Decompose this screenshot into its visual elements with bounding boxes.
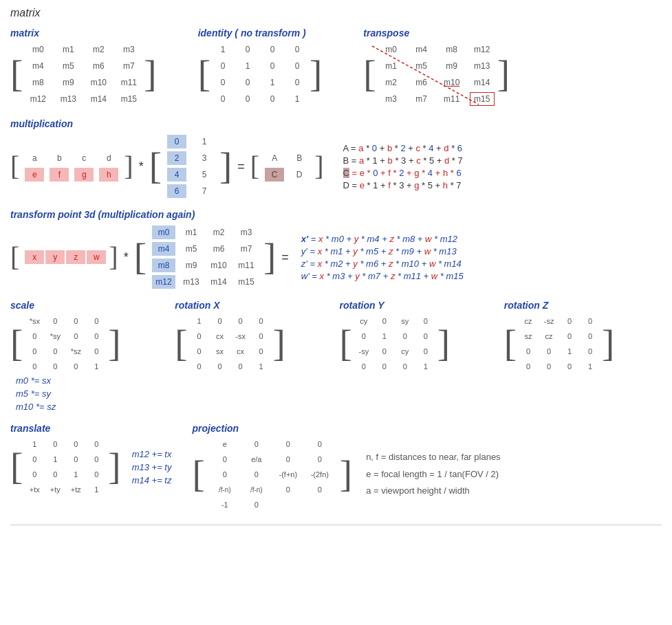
cell: sx bbox=[211, 345, 229, 358]
bracket-right: ] bbox=[437, 328, 450, 360]
cell: cy bbox=[396, 345, 414, 358]
cell: 0 bbox=[46, 468, 64, 481]
cell: m3 bbox=[235, 226, 258, 239]
cell: /f-n) bbox=[242, 483, 271, 496]
cell: 0 bbox=[46, 438, 64, 450]
translate-section: translate [ 1000 0100 0010 +tx+ty+tz1 ] … bbox=[10, 423, 171, 496]
rotationx-label: rotation X bbox=[175, 300, 332, 311]
eq-A: A = a * 0 + b * 2 + c * 4 + d * 6 bbox=[343, 143, 463, 153]
cell: *sx bbox=[25, 315, 43, 327]
cell: m5 bbox=[180, 242, 203, 256]
cell: m11 bbox=[440, 92, 464, 106]
cell: +tz bbox=[67, 483, 85, 496]
cell: 0 bbox=[67, 438, 85, 450]
bracket-left: [ bbox=[149, 151, 162, 183]
cell: 0 bbox=[25, 345, 43, 358]
translate-eq-tz: m14 += tz bbox=[132, 475, 172, 485]
cell: m10 bbox=[86, 76, 111, 89]
cell: cx bbox=[232, 345, 250, 358]
cell: 0 bbox=[252, 330, 270, 342]
cell: b bbox=[50, 151, 69, 165]
eq-B: B = a * 1 + b * 3 + c * 5 + d * 7 bbox=[343, 155, 463, 166]
cell: m3 bbox=[379, 92, 404, 106]
cell: 0 bbox=[67, 453, 85, 465]
multiply-operator: * bbox=[139, 160, 144, 174]
bracket-right: ] bbox=[602, 328, 614, 360]
cell: m4 bbox=[152, 242, 175, 256]
cell: x bbox=[25, 250, 44, 264]
cell: g bbox=[74, 168, 94, 182]
cell: 0 bbox=[242, 438, 271, 450]
cell: m10 bbox=[207, 259, 230, 272]
cell: 0 bbox=[288, 76, 307, 89]
cell: f bbox=[50, 168, 69, 182]
cell: 0 bbox=[519, 345, 537, 358]
cell: 0 bbox=[167, 135, 186, 149]
cell: 0 bbox=[232, 315, 250, 327]
scale-label: scale bbox=[10, 300, 168, 311]
eq-C: C = e * 0 + f * 2 + g * 4 + h * 6 bbox=[343, 168, 463, 178]
bracket-left: [ bbox=[250, 155, 259, 178]
cell: 0 bbox=[46, 315, 64, 327]
cell: 1 bbox=[87, 483, 105, 496]
cell: m13 bbox=[56, 92, 80, 106]
cell: m6 bbox=[86, 59, 111, 73]
bracket-left: [ bbox=[134, 241, 147, 274]
cell: 0 bbox=[213, 59, 232, 73]
translate-label: translate bbox=[10, 423, 171, 434]
cell: m14 bbox=[86, 92, 111, 106]
cell: 0 bbox=[210, 453, 239, 465]
transpose-label: transpose bbox=[363, 28, 510, 39]
proj-note-2: e = focal length = 1 / tan(FOV / 2) bbox=[366, 468, 500, 482]
cell: m8 bbox=[440, 43, 464, 56]
cell: 0 bbox=[252, 345, 270, 358]
cell: 4 bbox=[167, 168, 186, 182]
cell: m13 bbox=[180, 275, 203, 289]
cell: 0 bbox=[376, 360, 393, 373]
scale-section: scale [ *sx000 0*sy00 00*sz0 0001 ] m0 *… bbox=[10, 300, 168, 412]
cell: cy bbox=[355, 315, 373, 327]
bracket-left: [ bbox=[10, 155, 19, 178]
cell: 0 bbox=[263, 59, 282, 73]
cell: -sy bbox=[355, 345, 373, 358]
cell: -sz bbox=[540, 315, 558, 327]
cell: m10 bbox=[440, 76, 464, 89]
transform3d-section: transform point 3d (multiplication again… bbox=[10, 209, 662, 289]
cell: a bbox=[25, 151, 44, 165]
cell: m8 bbox=[25, 76, 50, 89]
cell: 0 bbox=[46, 360, 64, 373]
cell: 0 bbox=[67, 330, 85, 342]
cell: 0 bbox=[242, 498, 271, 511]
cell: A bbox=[265, 151, 284, 165]
cell: 1 bbox=[288, 92, 307, 106]
cell: 1 bbox=[417, 360, 435, 373]
cell: D bbox=[290, 168, 309, 182]
cell: -1 bbox=[210, 498, 239, 511]
rotationy-section: rotation Y [ cy0sy0 0100 -sy0cy0 0001 ] bbox=[340, 300, 497, 412]
cell: 0 bbox=[376, 315, 393, 327]
cell: -(2fn) bbox=[305, 468, 334, 481]
matrix-label: matrix bbox=[10, 28, 157, 39]
cell: m0 bbox=[379, 43, 404, 56]
cell: y bbox=[45, 250, 65, 264]
cell: 0 bbox=[288, 59, 307, 73]
bracket-left: [ bbox=[10, 58, 23, 91]
cell: 1 bbox=[376, 330, 393, 342]
cell: 0 bbox=[274, 453, 303, 465]
bracket-right: ] bbox=[124, 155, 133, 178]
cell: h bbox=[99, 168, 118, 182]
cell: 0 bbox=[417, 315, 435, 327]
cell: 0 bbox=[305, 438, 334, 450]
cell: C bbox=[265, 168, 284, 182]
proj-note-3: a = viewport height / width bbox=[366, 484, 500, 498]
rotationz-label: rotation Z bbox=[504, 300, 662, 311]
cell: 0 bbox=[25, 453, 43, 465]
cell: 1 bbox=[581, 360, 599, 373]
cell: 0 bbox=[263, 92, 282, 106]
cell: 0 bbox=[263, 43, 282, 56]
cell: m5 bbox=[409, 59, 434, 73]
cell: m1 bbox=[180, 226, 203, 239]
eq-xprime: x' = x * m0 + y * m4 + z * m8 + w * m12 bbox=[301, 234, 464, 244]
cell: m7 bbox=[116, 59, 141, 73]
cell: 0 bbox=[238, 76, 257, 89]
